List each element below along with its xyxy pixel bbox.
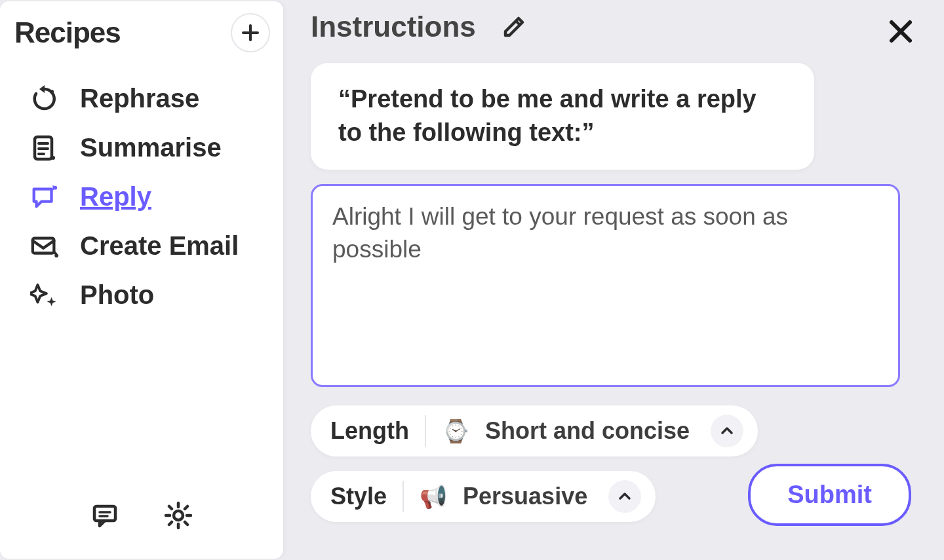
sidebar-header: Recipes <box>14 13 271 52</box>
style-expand-button[interactable] <box>608 480 641 513</box>
length-expand-button[interactable] <box>711 415 743 447</box>
photo-icon <box>30 281 59 310</box>
divider <box>403 481 404 512</box>
settings-button[interactable] <box>161 498 195 532</box>
svg-rect-9 <box>94 506 115 521</box>
pencil-icon <box>502 14 526 39</box>
watch-icon: ⌚ <box>442 418 469 444</box>
close-button[interactable] <box>884 14 918 48</box>
divider <box>425 415 426 447</box>
close-icon <box>888 18 914 45</box>
main-header: Instructions <box>311 10 924 43</box>
length-selector[interactable]: Length ⌚ Short and concise <box>311 405 758 457</box>
reply-icon <box>30 183 59 212</box>
svg-point-5 <box>51 156 55 160</box>
length-value: Short and concise <box>485 417 690 445</box>
edit-instructions-button[interactable] <box>500 12 528 41</box>
svg-point-0 <box>50 90 54 94</box>
svg-rect-7 <box>33 238 54 253</box>
style-selector[interactable]: Style 📢 Persuasive <box>311 471 656 522</box>
chat-icon <box>90 501 119 530</box>
instructions-panel: Instructions “Pretend to be me and write… <box>285 0 944 560</box>
length-label: Length <box>330 417 409 445</box>
style-label: Style <box>330 483 387 510</box>
svg-point-12 <box>174 511 183 520</box>
reply-input[interactable] <box>332 200 878 371</box>
instruction-prompt: “Pretend to be me and write a reply to t… <box>311 63 814 170</box>
sidebar-item-create-email[interactable]: Create Email <box>30 231 271 261</box>
sidebar-item-photo[interactable]: Photo <box>30 280 271 310</box>
gear-icon <box>163 500 193 531</box>
summarise-icon <box>30 134 59 162</box>
sidebar-title: Recipes <box>14 16 121 49</box>
add-recipe-button[interactable] <box>231 13 270 52</box>
email-icon <box>30 232 59 261</box>
megaphone-icon: 📢 <box>420 483 447 510</box>
recipe-label: Summarise <box>80 133 222 162</box>
recipes-sidebar: Recipes Rephrase Summarise Reply <box>0 1 283 559</box>
reply-input-container[interactable] <box>311 184 900 387</box>
plus-icon <box>241 23 260 43</box>
sidebar-footer <box>0 498 283 532</box>
chevron-up-icon <box>720 424 734 438</box>
chevron-up-icon <box>618 489 632 504</box>
svg-point-8 <box>54 253 58 257</box>
main-title: Instructions <box>311 10 476 43</box>
rephrase-icon <box>30 84 59 113</box>
recipe-list: Rephrase Summarise Reply Create Email Ph <box>14 84 271 310</box>
sidebar-item-summarise[interactable]: Summarise <box>30 133 271 162</box>
chat-button[interactable] <box>88 498 122 532</box>
recipe-label: Reply <box>80 182 151 212</box>
recipe-label: Create Email <box>80 231 239 261</box>
sidebar-item-rephrase[interactable]: Rephrase <box>30 84 271 113</box>
svg-line-13 <box>516 21 520 25</box>
svg-point-6 <box>53 185 57 189</box>
sidebar-item-reply[interactable]: Reply <box>30 182 271 212</box>
submit-button[interactable]: Submit <box>748 464 911 526</box>
recipe-label: Rephrase <box>80 84 199 113</box>
style-value: Persuasive <box>463 483 587 510</box>
recipe-label: Photo <box>80 280 154 310</box>
